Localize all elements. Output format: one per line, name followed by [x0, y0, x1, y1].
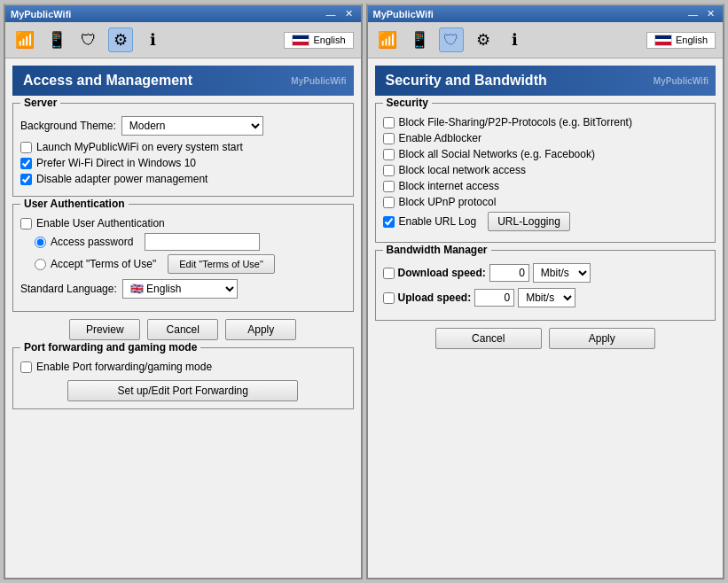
left-content: Access and Management MyPublicWifi Serve…: [5, 58, 361, 578]
block-internet-checkbox[interactable]: [383, 181, 395, 192]
terms-of-use-radio[interactable]: [35, 259, 46, 270]
right-lang-label: English: [676, 35, 708, 45]
bandwidth-content: Download speed: Mbit/s Kbit/s Upload spe…: [383, 263, 708, 307]
launch-start-label[interactable]: Launch MyPublicWiFi on every system star…: [36, 141, 243, 153]
right-gear-icon[interactable]: ⚙: [471, 27, 496, 52]
url-logging-button[interactable]: URL-Logging: [488, 212, 570, 231]
server-section-content: Background Theme: Modern Classic Dark La…: [20, 116, 346, 185]
access-password-row: Access password: [35, 233, 346, 251]
setup-port-button[interactable]: Set up/Edit Port Forwarding: [67, 380, 298, 401]
enable-port-label[interactable]: Enable Port forwarding/gaming mode: [36, 361, 212, 373]
block-local-checkbox[interactable]: [383, 165, 395, 176]
left-watermark: MyPublicWifi: [291, 76, 346, 86]
block-p2p-checkbox[interactable]: [383, 117, 395, 128]
left-page-header: Access and Management MyPublicWifi: [12, 66, 354, 96]
left-title: MyPublicWifi: [11, 9, 71, 19]
background-theme-label: Background Theme:: [20, 120, 116, 132]
right-flag-icon: [654, 35, 672, 46]
enable-url-log-label[interactable]: Enable URL Log: [399, 215, 477, 228]
right-wifi-icon[interactable]: 📶: [375, 27, 400, 52]
shield-icon[interactable]: 🛡: [76, 27, 101, 52]
enable-adblock-label[interactable]: Enable Adblocker: [399, 132, 481, 144]
right-page-header: Security and Bandwidth MyPublicWifi: [375, 66, 716, 96]
left-window: MyPublicWifi — ✕ 📶 📱 🛡 ⚙ ℹ English Acces…: [4, 4, 363, 579]
port-forwarding-content: Enable Port forwarding/gaming mode Set u…: [20, 361, 346, 401]
download-speed-label[interactable]: Download speed:: [398, 267, 486, 279]
block-upnp-label[interactable]: Block UPnP protocol: [399, 196, 497, 208]
left-minimize-btn[interactable]: —: [324, 8, 339, 19]
upload-speed-checkbox[interactable]: [383, 292, 395, 304]
bandwidth-section-title: Bandwidth Manager: [383, 244, 491, 256]
password-input[interactable]: [145, 233, 260, 251]
edit-terms-button[interactable]: Edit "Terms of Use": [168, 254, 275, 274]
left-close-btn[interactable]: ✕: [342, 8, 356, 19]
block-internet-row: Block internet access: [383, 180, 708, 192]
enable-url-log-checkbox[interactable]: [383, 216, 395, 228]
wifi-direct-label[interactable]: Prefer Wi-Fi Direct in Windows 10: [36, 157, 196, 169]
disable-adapter-checkbox[interactable]: [20, 174, 32, 185]
port-forwarding-section: Port forwarding and gaming mode Enable P…: [12, 347, 354, 409]
block-internet-label[interactable]: Block internet access: [399, 180, 499, 192]
right-lang-button[interactable]: English: [646, 32, 716, 49]
wifi-direct-checkbox[interactable]: [20, 158, 32, 169]
access-password-label[interactable]: Access password: [51, 236, 133, 248]
server-section: Server Background Theme: Modern Classic …: [12, 103, 354, 197]
enable-adblock-checkbox[interactable]: [383, 133, 395, 144]
right-close-btn[interactable]: ✕: [704, 8, 717, 19]
launch-start-row: Launch MyPublicWiFi on every system star…: [20, 141, 346, 153]
block-local-label[interactable]: Block local network access: [399, 164, 526, 176]
left-lang-label: English: [313, 35, 345, 45]
download-speed-checkbox[interactable]: [383, 268, 395, 279]
user-auth-section: User Authentication Enable User Authenti…: [12, 204, 354, 312]
upload-speed-label[interactable]: Upload speed:: [398, 292, 472, 304]
launch-start-checkbox[interactable]: [20, 142, 32, 153]
right-content: Security and Bandwidth MyPublicWifi Secu…: [368, 58, 724, 578]
enable-auth-label[interactable]: Enable User Authentication: [36, 217, 165, 229]
upload-unit-select[interactable]: Mbit/s Kbit/s: [518, 288, 575, 307]
right-info-icon[interactable]: ℹ: [503, 27, 528, 52]
right-toolbar: 📶 📱 🛡 ⚙ ℹ English: [368, 22, 724, 58]
right-watermark: MyPublicWifi: [654, 76, 708, 86]
disable-adapter-row: Disable adapter power management: [20, 173, 346, 185]
left-flag-icon: [292, 35, 309, 46]
enable-auth-checkbox[interactable]: [20, 218, 32, 229]
left-lang-button[interactable]: English: [284, 32, 353, 49]
gear-icon[interactable]: ⚙: [108, 27, 133, 52]
right-apply-button[interactable]: Apply: [549, 328, 655, 349]
disable-adapter-label[interactable]: Disable adapter power management: [36, 173, 207, 185]
download-unit-select[interactable]: Mbit/s Kbit/s: [533, 263, 591, 283]
download-speed-input[interactable]: [489, 264, 529, 282]
block-upnp-row: Block UPnP protocol: [383, 196, 708, 208]
standard-language-select[interactable]: 🇬🇧 English German French: [122, 279, 238, 299]
preview-button[interactable]: Preview: [69, 319, 140, 340]
right-page-title: Security and Bandwidth: [386, 73, 547, 88]
block-p2p-row: Block File-Sharing/P2P-Protocols (e.g. B…: [383, 116, 708, 128]
right-buttons-row: Cancel Apply: [375, 328, 716, 349]
right-title: MyPublicWifi: [373, 9, 434, 19]
left-apply-button[interactable]: Apply: [225, 319, 296, 340]
security-section-title: Security: [383, 97, 432, 109]
right-phone-icon[interactable]: 📱: [407, 27, 432, 52]
right-shield-icon[interactable]: 🛡: [439, 27, 464, 52]
block-upnp-checkbox[interactable]: [383, 197, 395, 208]
user-auth-content: Enable User Authentication Access passwo…: [20, 217, 346, 299]
block-p2p-label[interactable]: Block File-Sharing/P2P-Protocols (e.g. B…: [399, 116, 632, 128]
block-social-label[interactable]: Block all Social Networks (e.g. Facebook…: [399, 148, 595, 160]
enable-auth-row: Enable User Authentication: [20, 217, 346, 229]
info-icon[interactable]: ℹ: [140, 27, 165, 52]
right-cancel-button[interactable]: Cancel: [435, 328, 542, 349]
left-cancel-button[interactable]: Cancel: [147, 319, 218, 340]
wifi-icon[interactable]: 📶: [12, 27, 37, 52]
block-social-checkbox[interactable]: [383, 149, 395, 160]
upload-speed-input[interactable]: [474, 289, 514, 307]
terms-of-use-label[interactable]: Accept "Terms of Use": [51, 258, 156, 270]
background-theme-select[interactable]: Modern Classic Dark: [121, 116, 263, 136]
right-minimize-btn[interactable]: —: [685, 8, 701, 19]
phone-icon[interactable]: 📱: [44, 27, 69, 52]
enable-port-checkbox[interactable]: [20, 361, 32, 373]
terms-of-use-row: Accept "Terms of Use" Edit "Terms of Use…: [35, 254, 346, 274]
port-forwarding-title: Port forwarding and gaming mode: [20, 341, 200, 354]
access-password-radio[interactable]: [35, 237, 46, 248]
right-titlebar-controls: — ✕: [685, 8, 717, 19]
enable-url-log-row: Enable URL Log URL-Logging: [383, 212, 708, 231]
